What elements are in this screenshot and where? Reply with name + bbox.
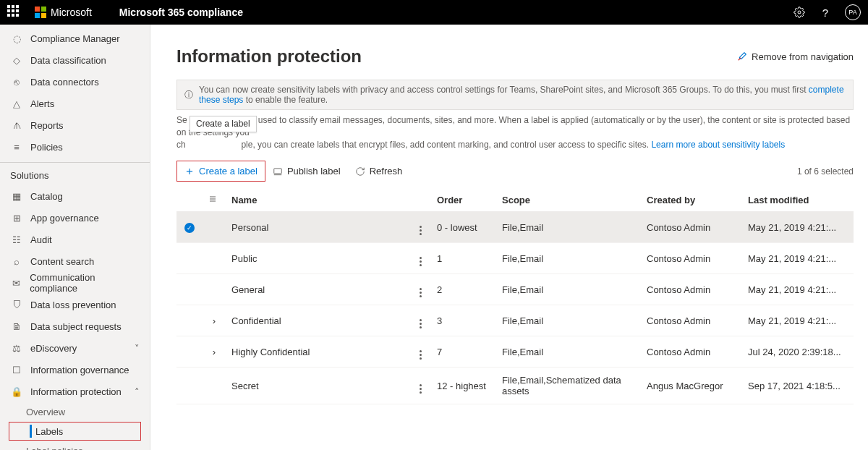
create-label-tooltip: Create a label — [190, 116, 257, 132]
col-reorder-icon[interactable] — [203, 189, 226, 212]
nav-item-ediscovery[interactable]: ⚖eDiscovery˅ — [0, 337, 150, 359]
refresh-button[interactable]: Refresh — [348, 161, 410, 181]
publish-label-button[interactable]: Publish label — [265, 161, 348, 181]
col-name[interactable]: Name — [226, 189, 414, 212]
audit-icon: ☷ — [10, 234, 23, 245]
nav-item-information-governance[interactable]: ☐Information governance — [0, 359, 150, 381]
grid2-icon: ⊞ — [10, 213, 23, 224]
chevron-right-icon[interactable]: › — [213, 347, 216, 357]
chart-icon: ⩚ — [10, 120, 23, 131]
table-row[interactable]: ›Confidential3File,EmailContoso AdminMay… — [176, 305, 854, 336]
nav-section-solutions: Solutions — [0, 162, 150, 185]
col-created-by[interactable]: Created by — [641, 189, 742, 212]
nav-item-compliance-manager[interactable]: ◌Compliance Manager — [0, 27, 150, 49]
nav-item-catalog[interactable]: ▦Catalog — [0, 185, 150, 207]
chevron-down-icon: ˅ — [135, 343, 140, 354]
nav-item-communication-compliance[interactable]: ✉Communication compliance — [0, 272, 150, 294]
doc-icon: 🗎 — [10, 321, 23, 332]
svg-rect-2 — [35, 13, 40, 18]
product-name: Microsoft 365 compliance — [119, 7, 243, 18]
help-icon[interactable]: ? — [819, 6, 832, 19]
chat-icon: ✉ — [10, 278, 22, 289]
col-order[interactable]: Order — [431, 189, 496, 212]
gavel-icon: ⚖ — [10, 343, 23, 354]
col-scope[interactable]: Scope — [496, 189, 641, 212]
col-select[interactable] — [176, 189, 203, 212]
info-banner: ⓘ You can now create sensitivity labels … — [176, 80, 854, 110]
box-icon: ☐ — [10, 365, 23, 375]
microsoft-logo: Microsoft — [35, 7, 92, 18]
learn-more-link[interactable]: Learn more about sensitivity labels — [651, 140, 785, 150]
command-bar: Create a label Publish label Refresh 1 o… — [176, 161, 854, 182]
tag-icon: ◇ — [10, 55, 23, 66]
table-row[interactable]: General2File,EmailContoso AdminMay 21, 2… — [176, 274, 854, 305]
col-last-modified[interactable]: Last modified — [742, 189, 854, 212]
subnav-labels[interactable]: Labels — [9, 422, 141, 441]
speed-icon: ◌ — [10, 33, 23, 44]
brand-text: Microsoft — [51, 7, 92, 18]
search-icon: ⌕ — [10, 256, 23, 267]
table-row[interactable]: ✓Personal0 - lowestFile,EmailContoso Adm… — [176, 212, 854, 243]
more-actions-icon[interactable] — [420, 288, 422, 297]
svg-rect-3 — [41, 13, 46, 18]
nav-item-data-classification[interactable]: ◇Data classification — [0, 49, 150, 71]
checkmark-icon[interactable]: ✓ — [184, 223, 195, 233]
more-actions-icon[interactable] — [420, 350, 422, 360]
table-row[interactable]: ›Highly Confidential7File,EmailContoso A… — [176, 336, 854, 368]
table-row[interactable]: Secret12 - highestFile,Email,Schematized… — [176, 368, 854, 404]
info-icon: ⓘ — [184, 89, 193, 101]
nav-item-data-loss-prevention[interactable]: ⛉Data loss prevention — [0, 294, 150, 315]
nav-item-alerts[interactable]: △Alerts — [0, 93, 150, 114]
lock-icon: 🔒 — [10, 386, 23, 397]
main-content: Information protection Remove from navig… — [150, 25, 868, 450]
plug-icon: ⎋ — [10, 77, 23, 88]
create-label-button[interactable]: Create a label — [176, 161, 265, 182]
nav-item-content-search[interactable]: ⌕Content search — [0, 250, 150, 272]
more-actions-icon[interactable] — [420, 384, 422, 394]
nav-item-app-governance[interactable]: ⊞App governance — [0, 207, 150, 229]
left-nav: ◌Compliance Manager◇Data classification⎋… — [0, 25, 150, 450]
subnav-label-policies[interactable]: Label policies — [0, 441, 150, 450]
nav-item-data-connectors[interactable]: ⎋Data connectors — [0, 71, 150, 93]
selection-count: 1 of 6 selected — [797, 166, 854, 177]
chevron-right-icon[interactable]: › — [213, 315, 216, 326]
subnav-overview[interactable]: Overview — [0, 402, 150, 421]
table-row[interactable]: Public1File,EmailContoso AdminMay 21, 20… — [176, 243, 854, 274]
svg-rect-7 — [274, 169, 282, 174]
svg-rect-0 — [35, 7, 40, 12]
nav-item-audit[interactable]: ☷Audit — [0, 229, 150, 250]
more-actions-icon[interactable] — [420, 257, 422, 266]
global-header: Microsoft Microsoft 365 compliance ? PA — [0, 0, 868, 25]
avatar[interactable]: PA — [845, 4, 861, 20]
page-description: Sensitivity labels are used to classify … — [176, 114, 854, 150]
shield-icon: ⛉ — [10, 300, 23, 310]
labels-table: Name Order Scope Created by Last modifie… — [176, 189, 854, 404]
more-actions-icon[interactable] — [420, 319, 422, 328]
nav-item-policies[interactable]: ≡Policies — [0, 136, 150, 158]
grid-icon: ▦ — [10, 191, 23, 202]
nav-item-information-protection[interactable]: 🔒Information protection˄ — [0, 381, 150, 402]
nav-item-data-subject-requests[interactable]: 🗎Data subject requests — [0, 315, 150, 337]
more-actions-icon[interactable] — [420, 226, 422, 235]
remove-from-nav-button[interactable]: Remove from navigation — [737, 51, 854, 62]
app-launcher-icon[interactable] — [7, 5, 22, 20]
settings-icon[interactable] — [793, 6, 806, 19]
svg-rect-1 — [41, 7, 46, 12]
slider-icon: ≡ — [10, 142, 23, 153]
warn-icon: △ — [10, 98, 23, 109]
chevron-up-icon: ˄ — [135, 386, 140, 397]
nav-item-reports[interactable]: ⩚Reports — [0, 114, 150, 136]
svg-point-4 — [798, 11, 801, 14]
page-title: Information protection — [176, 46, 362, 67]
